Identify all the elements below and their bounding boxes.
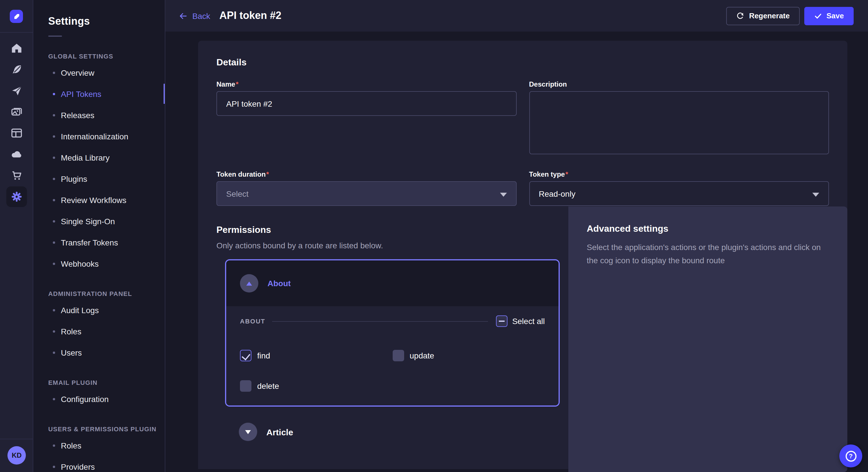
content-builder-feather-icon[interactable]	[10, 63, 24, 76]
permissions-card: Permissions Only actions bound by a rout…	[198, 206, 847, 472]
advanced-settings-description: Select the application's actions or the …	[587, 241, 828, 267]
select-all-checkbox[interactable]	[496, 315, 507, 327]
bullet-icon	[53, 330, 55, 332]
regenerate-button[interactable]: Regenerate	[726, 7, 800, 25]
token-type-label: Token type*	[529, 170, 829, 178]
strapi-logo[interactable]	[10, 10, 23, 23]
back-button[interactable]: Back	[179, 11, 210, 20]
check-icon	[814, 12, 822, 20]
bullet-icon	[53, 444, 55, 446]
sidebar-item-single-sign-on[interactable]: Single Sign-On	[33, 210, 165, 232]
token-duration-select[interactable]: Select	[216, 181, 516, 206]
bullet-icon	[53, 156, 55, 159]
sidebar-item-up-roles[interactable]: Roles	[33, 435, 165, 456]
page-header: Back API token #2 Regenerate Save	[165, 0, 868, 32]
arrow-left-icon	[179, 11, 188, 20]
sidebar-item-overview[interactable]: Overview	[33, 62, 165, 83]
required-asterisk: *	[565, 170, 568, 178]
refresh-icon	[736, 11, 745, 20]
sidebar-item-releases[interactable]: Releases	[33, 104, 165, 126]
required-asterisk: *	[236, 80, 238, 88]
about-section-label: ABOUT	[240, 318, 265, 325]
bullet-icon	[53, 177, 55, 180]
bullet-icon	[53, 351, 55, 353]
marketplace-cart-icon[interactable]	[10, 169, 24, 182]
next-accordion-edge	[198, 469, 568, 472]
sidebar-item-admin-users[interactable]: Users	[33, 342, 165, 363]
bullet-icon	[53, 465, 55, 468]
action-delete: delete	[240, 380, 392, 392]
advanced-settings-heading: Advanced settings	[587, 224, 829, 234]
find-checkbox[interactable]	[240, 350, 251, 361]
delete-checkbox[interactable]	[240, 380, 251, 392]
sidebar-title-divider	[48, 36, 62, 37]
sidebar-item-internationalization[interactable]: Internationalization	[33, 126, 165, 147]
name-label: Name*	[216, 80, 516, 88]
sidebar-item-media-library[interactable]: Media Library	[33, 147, 165, 168]
sidebar-item-admin-roles[interactable]: Roles	[33, 321, 165, 342]
collapse-toggle-button[interactable]	[240, 274, 258, 293]
chevron-down-icon	[245, 430, 251, 434]
permissions-subtitle: Only actions bound by a route are listed…	[216, 241, 550, 250]
app-window: KD Settings GLOBAL SETTINGS Overview API…	[0, 0, 868, 472]
token-duration-label: Token duration*	[216, 170, 516, 178]
section-label-email-plugin: EMAIL PLUGIN	[48, 379, 165, 386]
sidebar-item-email-configuration[interactable]: Configuration	[33, 388, 165, 409]
required-asterisk: *	[267, 170, 269, 178]
sidebar-item-up-providers[interactable]: Providers	[33, 456, 165, 472]
help-button[interactable]: ?	[839, 444, 862, 467]
content-manager-layout-icon[interactable]	[10, 126, 24, 140]
bullet-icon	[53, 93, 55, 95]
sidebar-item-review-workflows[interactable]: Review Workflows	[33, 189, 165, 210]
settings-sidebar: Settings GLOBAL SETTINGS Overview API To…	[33, 0, 165, 472]
chevron-down-icon	[812, 193, 819, 196]
media-library-icon[interactable]	[10, 105, 24, 119]
chevron-up-icon	[246, 281, 252, 285]
settings-gear-icon[interactable]	[6, 187, 27, 207]
rail-divider	[0, 439, 33, 439]
description-textarea[interactable]	[529, 91, 829, 154]
cloud-icon[interactable]	[10, 147, 24, 161]
sidebar-item-audit-logs[interactable]: Audit Logs	[33, 299, 165, 321]
permissions-column: Permissions Only actions bound by a rout…	[198, 206, 568, 472]
bullet-icon	[53, 114, 55, 116]
token-type-select[interactable]: Read-only	[529, 181, 829, 206]
details-heading: Details	[216, 57, 829, 68]
save-button[interactable]: Save	[804, 7, 854, 25]
bullet-icon	[53, 309, 55, 311]
permissions-heading: Permissions	[216, 225, 550, 235]
section-label-administration-panel: ADMINISTRATION PANEL	[48, 290, 165, 297]
about-accordion: About ABOUT Select all find	[225, 259, 560, 407]
description-label: Description	[529, 80, 829, 88]
description-field-group: Description	[529, 80, 829, 157]
update-checkbox[interactable]	[392, 350, 404, 361]
sidebar-title: Settings	[48, 15, 165, 28]
action-find: find	[240, 350, 392, 361]
article-accordion-title: Article	[267, 427, 293, 437]
bullet-icon	[53, 220, 55, 222]
home-icon[interactable]	[10, 41, 24, 55]
name-input[interactable]	[216, 91, 516, 116]
about-accordion-header[interactable]: About	[226, 260, 559, 306]
advanced-settings-panel: Advanced settings Select the application…	[568, 206, 847, 472]
main-nav-rail: KD	[0, 0, 33, 472]
bullet-icon	[53, 398, 55, 400]
expand-toggle-button[interactable]	[239, 423, 257, 441]
sidebar-item-transfer-tokens[interactable]: Transfer Tokens	[33, 232, 165, 253]
user-avatar[interactable]: KD	[7, 446, 26, 465]
action-update: update	[392, 350, 545, 361]
section-divider-line	[272, 321, 488, 322]
article-accordion-header[interactable]: Article	[239, 413, 546, 450]
workspace-logo-cell[interactable]	[0, 0, 33, 33]
about-accordion-title: About	[268, 279, 291, 288]
bullet-icon	[53, 262, 55, 265]
sidebar-item-webhooks[interactable]: Webhooks	[33, 253, 165, 274]
sidebar-item-plugins[interactable]: Plugins	[33, 168, 165, 189]
about-section-row: ABOUT Select all	[240, 315, 545, 327]
sidebar-item-api-tokens[interactable]: API Tokens	[33, 83, 165, 104]
permissions-actions-grid: find update delete	[240, 350, 545, 392]
active-indicator	[164, 84, 165, 104]
deploy-paper-plane-icon[interactable]	[10, 84, 24, 98]
chevron-down-icon	[500, 193, 507, 196]
details-card: Details Name* Description Token duration…	[198, 41, 847, 223]
